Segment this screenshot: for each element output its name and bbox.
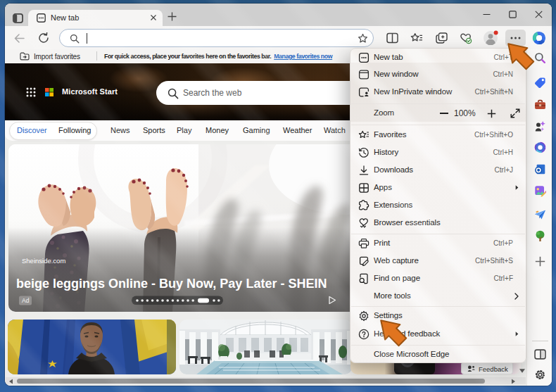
svg-text:Sheinside.com: Sheinside.com	[22, 257, 65, 265]
svg-text:Ad: Ad	[22, 297, 30, 304]
svg-text:beige leggings Online - Buy No: beige leggings Online - Buy Now, Pay Lat…	[16, 277, 327, 291]
